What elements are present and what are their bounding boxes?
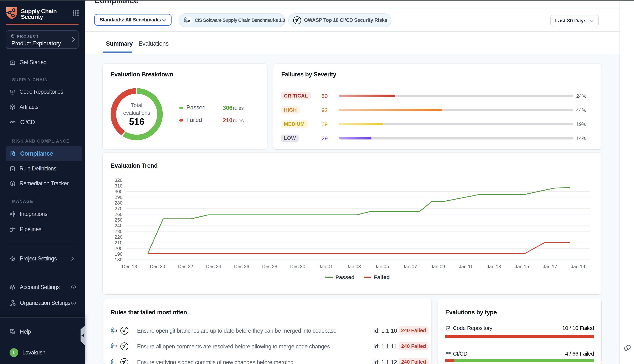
svg-text:220: 220 <box>115 234 123 240</box>
svg-text:Dec 20: Dec 20 <box>150 264 165 269</box>
svg-text:300: 300 <box>115 189 123 194</box>
svg-text:310: 310 <box>115 183 123 188</box>
svg-text:Dec 26: Dec 26 <box>234 264 249 269</box>
svg-text:Passed: Passed <box>335 274 355 280</box>
svg-text:320: 320 <box>115 178 123 183</box>
svg-text:Jan 07: Jan 07 <box>403 264 417 269</box>
svg-text:250: 250 <box>115 217 123 223</box>
svg-text:Jan 03: Jan 03 <box>347 264 361 269</box>
svg-text:230: 230 <box>115 228 123 234</box>
svg-text:evaluations: evaluations <box>123 110 150 116</box>
svg-text:210: 210 <box>115 240 123 246</box>
svg-text:280: 280 <box>115 200 123 206</box>
svg-text:Jan 15: Jan 15 <box>515 264 529 269</box>
svg-text:270: 270 <box>115 206 123 211</box>
svg-text:Dec 22: Dec 22 <box>178 264 193 269</box>
svg-text:CIS: CIS <box>112 360 117 364</box>
svg-text:CIS: CIS <box>112 329 117 332</box>
svg-text:Jan 11: Jan 11 <box>459 264 473 269</box>
svg-text:Jan 19: Jan 19 <box>571 264 585 269</box>
svg-text:240: 240 <box>115 223 123 228</box>
svg-text:Dec 24: Dec 24 <box>206 264 221 269</box>
svg-text:260: 260 <box>115 212 123 217</box>
svg-text:Jan 13: Jan 13 <box>487 264 501 269</box>
svg-text:Jan 01: Jan 01 <box>319 264 333 269</box>
svg-text:Dec 30: Dec 30 <box>290 264 305 269</box>
svg-text:200: 200 <box>115 246 123 251</box>
svg-text:CIS: CIS <box>186 19 190 22</box>
svg-text:Jan 09: Jan 09 <box>431 264 445 269</box>
svg-text:290: 290 <box>115 194 123 200</box>
svg-text:Failed: Failed <box>374 274 390 280</box>
svg-text:Jan 17: Jan 17 <box>543 264 557 269</box>
svg-text:180: 180 <box>115 257 123 262</box>
svg-text:CIS: CIS <box>112 345 117 348</box>
svg-text:516: 516 <box>129 116 144 127</box>
svg-text:Jan 05: Jan 05 <box>375 264 389 269</box>
svg-text:Dec 18: Dec 18 <box>122 264 137 269</box>
svg-text:Dec 28: Dec 28 <box>262 264 277 269</box>
svg-text:190: 190 <box>115 251 123 257</box>
svg-text:Total: Total <box>131 102 142 108</box>
